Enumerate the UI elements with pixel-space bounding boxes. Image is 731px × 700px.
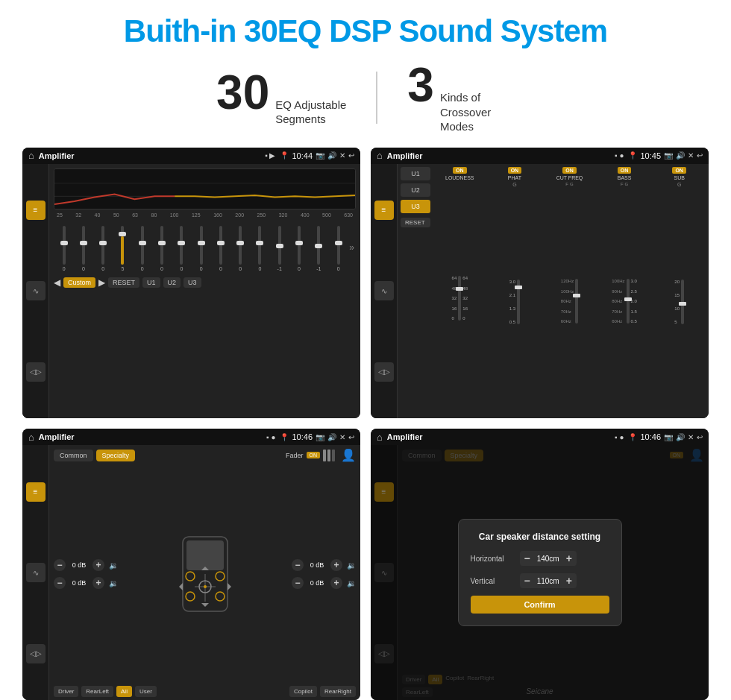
db-plus-rb[interactable]: + xyxy=(330,577,342,589)
speaker-distance-dialog: Car speaker distance setting Horizontal … xyxy=(458,519,622,626)
crossover-number: 3 xyxy=(407,61,434,109)
status-bar-4: ⌂ Amplifier ▪ ● 📍 10:46 📷 🔊 ✕ ↩ xyxy=(371,429,709,445)
u3-btn[interactable]: U3 xyxy=(183,277,201,288)
next-btn[interactable]: ▶ xyxy=(98,277,105,288)
svg-marker-16 xyxy=(179,583,183,590)
status-icons-3: 📍 10:46 📷 🔊 ✕ ↩ xyxy=(280,432,354,441)
u2-btn[interactable]: U2 xyxy=(163,277,181,288)
db-minus-rb[interactable]: − xyxy=(292,577,304,589)
preset-u2[interactable]: U2 xyxy=(401,183,430,197)
cutfreq-label: CUT FREQ xyxy=(556,175,583,180)
back-icon-2: ↩ xyxy=(697,151,703,160)
prev-btn[interactable]: ◀ xyxy=(54,277,60,288)
bass-label: BASS xyxy=(618,175,632,180)
sidebar-wave-btn-2[interactable]: ∿ xyxy=(374,281,394,300)
all-btn[interactable]: All xyxy=(116,686,132,697)
home-icon-2[interactable]: ⌂ xyxy=(377,150,383,161)
db-minus-lb[interactable]: − xyxy=(54,577,66,589)
page-title: Buith-in 30EQ DSP Sound System xyxy=(0,13,731,49)
custom-preset-btn[interactable]: Custom xyxy=(63,277,95,288)
camera-icon-4: 📷 xyxy=(664,433,673,441)
sp-left-controls: − 0 dB + 🔉 − 0 dB + 🔉 xyxy=(54,465,118,683)
location-icon-2: 📍 xyxy=(628,151,637,160)
horizontal-plus[interactable]: + xyxy=(566,553,572,564)
speaker-icon-rb: 🔉 xyxy=(347,579,356,587)
u1-btn[interactable]: U1 xyxy=(142,277,160,288)
eq-icon-3: ▪ ● xyxy=(266,433,275,441)
vertical-minus[interactable]: − xyxy=(524,576,530,586)
home-icon-4[interactable]: ⌂ xyxy=(377,432,383,443)
status-icons-1: 📍 10:44 📷 🔊 ✕ ↩ xyxy=(280,151,354,160)
specialty-btn[interactable]: Specialty xyxy=(96,450,136,461)
sidebar-vol-btn-2[interactable]: ◁▷ xyxy=(374,362,394,382)
svg-point-13 xyxy=(204,585,207,588)
confirm-button[interactable]: Confirm xyxy=(471,596,609,614)
rearleft-btn[interactable]: RearLeft xyxy=(81,686,113,697)
back-icon-3: ↩ xyxy=(348,433,354,441)
cutfreq-on: ON xyxy=(562,167,577,174)
db-minus-lt[interactable]: − xyxy=(54,559,66,571)
ch-phat: ON PHAT G 3.02.11.30.5 xyxy=(489,167,542,416)
eq-label: EQ AdjustableSegments xyxy=(275,98,346,127)
phat-label: PHAT xyxy=(508,175,521,180)
sidebar-vol-btn-3[interactable]: ◁▷ xyxy=(26,644,46,663)
sidebar-eq-btn-3[interactable]: ≡ xyxy=(26,482,46,502)
db-value-rb: 0 dB xyxy=(307,579,327,587)
screen-speaker: ⌂ Amplifier ▪ ● 📍 10:46 📷 🔊 ✕ ↩ ≡ ∿ ◁▷ xyxy=(22,429,360,700)
horizontal-minus[interactable]: − xyxy=(524,553,530,564)
preset-u1[interactable]: U1 xyxy=(401,167,430,180)
svg-rect-0 xyxy=(54,169,355,209)
preset-u3[interactable]: U3 xyxy=(401,200,430,213)
vertical-plus[interactable]: + xyxy=(566,576,572,586)
fader-label: Fader xyxy=(286,452,304,459)
crossover-reset-btn[interactable]: RESET xyxy=(401,218,430,227)
slider-col-1: 0 xyxy=(55,226,72,271)
reset-btn[interactable]: RESET xyxy=(108,277,139,288)
location-icon-4: 📍 xyxy=(628,433,637,441)
page-container: Buith-in 30EQ DSP Sound System 30 EQ Adj… xyxy=(0,0,731,700)
horizontal-input-group: − 140cm + xyxy=(520,551,577,566)
dialog-title: Car speaker distance setting xyxy=(471,532,609,542)
common-btn[interactable]: Common xyxy=(54,450,93,461)
home-icon-3[interactable]: ⌂ xyxy=(28,432,34,443)
loudness-slider: 644832160 644832160 xyxy=(452,182,468,416)
horizontal-value: 140cm xyxy=(533,555,563,563)
eq-curve xyxy=(54,169,355,209)
db-plus-lb[interactable]: + xyxy=(92,577,104,589)
cutfreq-slider: 120Hz100Hz80Hz70Hz60Hz xyxy=(561,188,578,416)
eq-icon-2: ▪ ● xyxy=(615,151,624,160)
eq-content: 25324050 6380100125 160200250320 4005006… xyxy=(49,164,360,419)
app-title-3: Amplifier xyxy=(39,432,262,441)
sidebar-1: ≡ ∿ ◁▷ xyxy=(22,164,49,419)
driver-btn[interactable]: Driver xyxy=(54,686,78,697)
screen-dialog: ⌂ Amplifier ▪ ● 📍 10:46 📷 🔊 ✕ ↩ ≡ ∿ ◁▷ xyxy=(371,429,709,700)
slider-track-1[interactable] xyxy=(63,226,66,265)
home-icon-1[interactable]: ⌂ xyxy=(28,150,34,161)
bass-slider: 100Hz90Hz80Hz70Hz60Hz 3.02.52.01.50.5 xyxy=(612,188,637,416)
car-svg xyxy=(168,533,242,615)
db-value-lb: 0 dB xyxy=(69,579,90,587)
loudness-label: LOUDNESS xyxy=(445,175,474,180)
crossover-content: U1 U2 U3 RESET ON LOUDNESS 644832160 xyxy=(398,164,709,419)
sidebar-eq-btn[interactable]: ≡ xyxy=(26,201,46,220)
user-btn[interactable]: User xyxy=(135,686,157,697)
db-minus-rt[interactable]: − xyxy=(292,559,304,571)
dialog-vertical-row: Vertical − 110cm + xyxy=(471,573,609,588)
header: Buith-in 30EQ DSP Sound System xyxy=(0,0,731,55)
eq-number: 30 xyxy=(216,69,269,116)
sub-on: ON xyxy=(672,167,686,174)
sidebar-wave-btn[interactable]: ∿ xyxy=(26,281,46,300)
slider-thumb-1[interactable] xyxy=(60,241,68,245)
expand-icon[interactable]: » xyxy=(349,242,354,253)
db-plus-rt[interactable]: + xyxy=(330,559,342,571)
sidebar-wave-btn-3[interactable]: ∿ xyxy=(26,563,46,582)
crossover-channels: ON LOUDNESS 644832160 644832160 xyxy=(433,167,706,416)
sidebar-vol-btn[interactable]: ◁▷ xyxy=(26,362,46,382)
rearright-btn[interactable]: RearRight xyxy=(320,686,356,697)
back-icon-1: ↩ xyxy=(348,151,354,160)
sidebar-eq-btn-2[interactable]: ≡ xyxy=(374,201,394,220)
db-plus-lt[interactable]: + xyxy=(92,559,104,571)
copilot-btn[interactable]: Copilot xyxy=(289,686,317,697)
crossover-label: Kinds ofCrossover Modes xyxy=(440,90,515,134)
close-icon-4: ✕ xyxy=(688,433,694,441)
